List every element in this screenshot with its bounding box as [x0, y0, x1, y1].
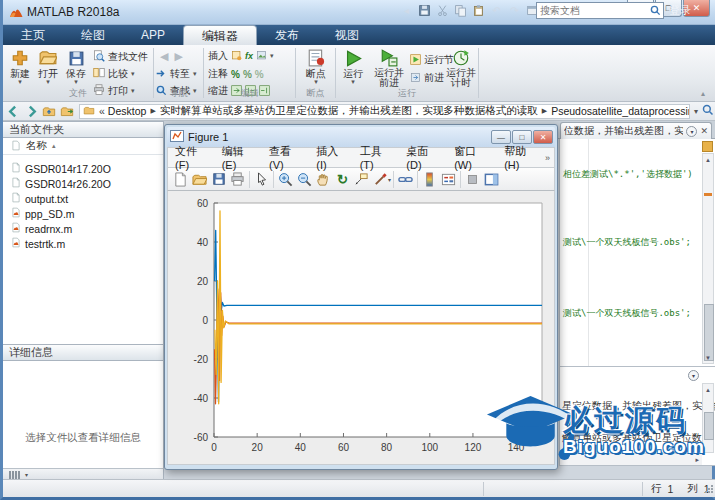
zone-widget-dropdown-icon[interactable]: ▾ — [25, 471, 28, 478]
link-plot-icon[interactable] — [396, 170, 415, 189]
qa-collapse-icon[interactable]: ◂ — [399, 3, 414, 18]
goto-button[interactable]: 转至 ▾ — [156, 67, 197, 81]
file-row[interactable]: GSDR014r26.20O — [3, 176, 163, 191]
file-row[interactable]: GSDR014r17.20O — [3, 161, 163, 176]
menu-insert[interactable]: 插入(I) — [309, 144, 352, 171]
ribbon-collapse-icon[interactable]: ▴ — [701, 89, 705, 98]
tab-publish[interactable]: 发布 — [257, 25, 317, 45]
figure-plot[interactable]: 020406080100120140-60-40-200204060 — [167, 191, 555, 465]
resize-grip[interactable] — [705, 485, 713, 493]
menu-help[interactable]: 帮助(H) — [497, 144, 545, 171]
menu-tools[interactable]: 工具(T) — [353, 144, 400, 171]
nav-forward-icon[interactable] — [23, 104, 39, 119]
file-list-header[interactable]: 名称 ▴ — [3, 138, 163, 155]
print-figure-icon[interactable] — [228, 170, 247, 189]
back-icon[interactable]: ◀ — [160, 50, 168, 63]
zoom-in-icon[interactable] — [276, 170, 295, 189]
tab-plots[interactable]: 绘图 — [63, 25, 123, 45]
qa-copy-icon[interactable] — [453, 3, 468, 18]
lower-pane-vscrollbar[interactable]: ▲ — [702, 383, 714, 453]
open-file-icon[interactable] — [190, 170, 209, 189]
search-input[interactable] — [537, 5, 650, 16]
data-cursor-icon[interactable] — [352, 170, 371, 189]
file-row[interactable]: readrnx.m — [3, 221, 163, 236]
qa-paste-icon[interactable] — [471, 3, 486, 18]
tab-view[interactable]: 视图 — [317, 25, 377, 45]
menu-overflow-icon[interactable]: » — [545, 153, 550, 163]
document-lower-pane[interactable]: ▾ 星定位数据，并输出残差图，实现多种 解算单站或多基站伪卫星定位数据， ▲ ▸ — [559, 366, 715, 466]
editor-pane[interactable]: 相位差测试\*.*','选择数据') 测试\一个双天线板信号.obs'; 测试\… — [559, 139, 715, 366]
pan-tool-icon[interactable] — [314, 170, 333, 189]
breakpoints-button[interactable]: 断点 ▾ — [300, 48, 332, 85]
qa-undo-icon[interactable]: ↶ — [489, 3, 504, 18]
editor-tab-close-icon[interactable]: ✕ — [700, 126, 708, 136]
crumb-project-folder[interactable]: 实时解算单站或多基站伪卫星定位数据，并输出残差图，实现多种数据格式的读取 — [160, 104, 538, 118]
lower-pane-menu-icon[interactable]: ▾ — [688, 370, 699, 381]
message-indicator-icon[interactable] — [702, 141, 713, 152]
new-button[interactable]: 新建 ▾ — [5, 48, 35, 85]
menu-edit[interactable]: 编辑(E) — [215, 144, 262, 171]
figure-close-button[interactable]: ✕ — [533, 130, 553, 144]
figure-minimize-button[interactable]: — — [491, 130, 511, 144]
run-button[interactable]: 运行 ▾ — [338, 48, 368, 85]
matlab-main-window: MATLAB R2018a — □ ✕ 主页 绘图 APP 编辑器 发布 视图 … — [0, 0, 715, 500]
menu-file[interactable]: 文件(F) — [168, 144, 215, 171]
search-icon[interactable] — [650, 2, 661, 20]
insert-button[interactable]: 插入 fx ▾ — [208, 49, 274, 63]
rotate-3d-icon[interactable]: ↻ — [333, 170, 352, 189]
scroll-up-icon[interactable]: ▲ — [703, 384, 713, 395]
tab-editor[interactable]: 编辑器 — [183, 25, 257, 45]
nav-back-icon[interactable] — [5, 104, 21, 119]
pointer-tool-icon[interactable] — [252, 170, 271, 189]
zoom-out-icon[interactable] — [295, 170, 314, 189]
crumb-desktop[interactable]: Desktop — [108, 105, 147, 117]
run-advance-button[interactable]: 运行并前进 — [370, 48, 408, 88]
figure-window[interactable]: Figure 1 — □ ✕ 文件(F) 编辑(E) 查看(V) 插入(I) 工… — [164, 124, 558, 470]
scroll-down-icon[interactable]: ▼ — [703, 352, 713, 363]
save-button[interactable]: 保存 ▾ — [61, 48, 91, 85]
tab-apps[interactable]: APP — [123, 25, 183, 45]
qa-redo-icon[interactable]: ↷ — [507, 3, 522, 18]
browse-folder-icon[interactable] — [59, 104, 75, 119]
lower-pane-hscrollbar[interactable]: ▸ — [560, 453, 702, 465]
svg-text:-40: -40 — [194, 393, 209, 404]
qa-save-icon[interactable] — [417, 3, 432, 18]
brush-dropdown-icon[interactable]: ▾ — [388, 176, 391, 183]
figure-maximize-button[interactable]: □ — [512, 130, 532, 144]
editor-vscrollbar[interactable]: ▲ ▼ — [702, 153, 714, 364]
comment-button[interactable]: 注释 % % % — [208, 67, 264, 81]
hide-plot-tools-icon[interactable] — [463, 170, 482, 189]
login-link[interactable]: 登录 — [669, 3, 691, 18]
editor-tab[interactable]: 位数据，并输出残差图，实现多种... ▾ ✕ — [560, 122, 712, 139]
advance-button[interactable]: 前进 — [410, 71, 444, 85]
crumb-folder-icon — [83, 105, 95, 118]
run-time-button[interactable]: 运行并计时 — [444, 48, 478, 88]
compare-button[interactable]: 比较 ▾ — [93, 67, 135, 81]
address-search-icon[interactable] — [702, 102, 714, 120]
up-folder-icon[interactable] — [41, 104, 57, 119]
file-row[interactable]: ppp_SD.m — [3, 206, 163, 221]
menu-window[interactable]: 窗口(W) — [447, 144, 497, 171]
menu-view[interactable]: 查看(V) — [262, 144, 309, 171]
crumb-current-folder[interactable]: Pseudosatellite_dataprocessing — [551, 105, 690, 117]
file-row[interactable]: output.txt — [3, 191, 163, 206]
file-row[interactable]: testrtk.m — [3, 236, 163, 251]
tab-home[interactable]: 主页 — [3, 25, 63, 45]
open-button[interactable]: 打开 ▾ — [33, 48, 63, 85]
scroll-up-icon[interactable]: ▲ — [703, 154, 713, 165]
lower-scroll-thumb[interactable] — [704, 412, 714, 440]
scroll-right-icon[interactable]: ▸ — [695, 456, 699, 464]
breadcrumb[interactable]: « Desktop ▶ 实时解算单站或多基站伪卫星定位数据，并输出残差图，实现多… — [79, 104, 690, 119]
forward-icon[interactable]: ▶ — [174, 50, 182, 63]
menu-desktop[interactable]: 桌面(D) — [399, 144, 447, 171]
show-plot-tools-icon[interactable] — [482, 170, 501, 189]
save-figure-icon[interactable] — [209, 170, 228, 189]
insert-colorbar-icon[interactable] — [420, 170, 439, 189]
insert-legend-icon[interactable] — [439, 170, 458, 189]
warning-marker[interactable] — [704, 193, 712, 196]
find-files-button[interactable]: 查找文件 — [93, 50, 148, 64]
qa-cut-icon[interactable] — [435, 3, 450, 18]
editor-tab-menu-icon[interactable]: ▾ — [686, 126, 697, 137]
new-figure-icon[interactable] — [171, 170, 190, 189]
address-dropdown-icon[interactable]: ▾ — [694, 107, 698, 116]
